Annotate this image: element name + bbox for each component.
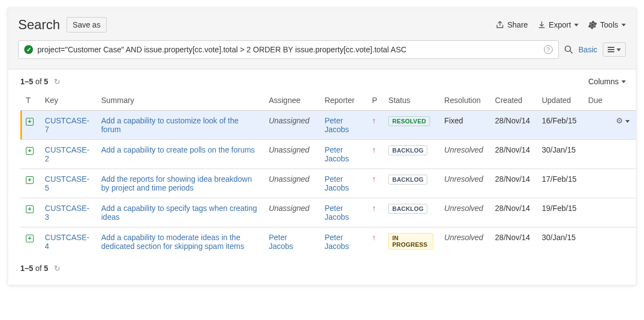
table-row[interactable]: +CUSTCASE-2Add a capability to create po… [20, 140, 636, 169]
issue-key-link[interactable]: CUSTCASE-4 [45, 233, 90, 251]
search-icon[interactable] [564, 45, 573, 54]
resolution-value: Fixed [444, 116, 463, 125]
assignee-value: Unassigned [269, 116, 310, 125]
col-priority[interactable]: P [367, 90, 383, 111]
col-type[interactable]: T [20, 90, 40, 111]
table-row[interactable]: +CUSTCASE-5Add the reports for showing i… [20, 169, 636, 198]
issue-summary-link[interactable]: Add a capability to moderate ideas in th… [101, 233, 244, 251]
created-value: 28/Nov/14 [489, 198, 536, 227]
issue-type-icon[interactable]: + [26, 205, 34, 213]
range-of: of [35, 77, 42, 86]
issue-summary-link[interactable]: Add a capability to create polls on the … [101, 145, 255, 154]
tools-label: Tools [600, 20, 618, 29]
header-actions: Share Export Tools [496, 20, 626, 29]
chevron-down-icon [617, 48, 621, 51]
export-button[interactable]: Export [538, 20, 579, 29]
col-updated[interactable]: Updated [536, 90, 582, 111]
jql-input[interactable] [37, 45, 541, 54]
help-icon[interactable]: ? [544, 45, 553, 54]
columns-label: Columns [588, 77, 619, 86]
results-top-bar: 1–5 of 5 ↻ Columns [8, 69, 636, 90]
assignee-value: Unassigned [269, 145, 310, 154]
priority-icon: ↑ [372, 233, 376, 242]
refresh-icon[interactable]: ↻ [54, 77, 60, 86]
issue-type-icon[interactable]: + [26, 176, 34, 184]
reporter-link[interactable]: Peter Jacobs [324, 116, 349, 134]
refresh-icon[interactable]: ↻ [54, 264, 60, 273]
range-numbers: 1–5 [20, 264, 33, 273]
resolution-value: Unresolved [444, 233, 483, 242]
updated-value: 30/Jan/15 [536, 140, 582, 169]
issue-type-icon[interactable]: + [26, 118, 34, 126]
reporter-link[interactable]: Peter Jacobs [324, 145, 349, 163]
status-badge: BACKLOG [388, 204, 427, 214]
priority-icon: ↑ [372, 204, 376, 213]
issue-summary-link[interactable]: Add a capability to specify tags when cr… [101, 204, 257, 221]
columns-button[interactable]: Columns [588, 77, 626, 86]
col-status[interactable]: Status [383, 90, 439, 111]
col-resolution[interactable]: Resolution [439, 90, 489, 111]
range-of: of [35, 264, 42, 273]
issue-type-icon[interactable]: + [26, 235, 34, 242]
range-numbers: 1–5 [20, 77, 33, 86]
share-button[interactable]: Share [496, 20, 527, 29]
assignee-link[interactable]: Peter Jacobs [269, 233, 293, 251]
updated-value: 19/Feb/15 [536, 198, 582, 227]
range-total: 5 [44, 77, 48, 86]
table-row[interactable]: +CUSTCASE-4Add a capability to moderate … [20, 227, 636, 257]
status-badge: RESOLVED [388, 116, 430, 126]
reporter-link[interactable]: Peter Jacobs [324, 233, 349, 251]
status-badge: IN PROGRESS [388, 233, 433, 250]
chevron-down-icon [574, 24, 579, 26]
reporter-link[interactable]: Peter Jacobs [324, 175, 349, 192]
resolution-value: Unresolved [444, 145, 483, 154]
table-header: T Key Summary Assignee Reporter P Status… [20, 90, 636, 111]
reporter-link[interactable]: Peter Jacobs [324, 204, 349, 221]
col-reporter[interactable]: Reporter [319, 90, 366, 111]
valid-query-icon [24, 45, 33, 54]
view-mode-button[interactable] [603, 42, 626, 57]
due-value [583, 111, 611, 140]
row-actions-button[interactable]: ⚙ [616, 116, 630, 125]
share-label: Share [507, 20, 527, 29]
query-row: ? Basic [18, 40, 626, 59]
basic-mode-link[interactable]: Basic [579, 45, 597, 54]
title-row: Search Save as [18, 17, 107, 32]
search-page: Search Save as Share Export Tools [8, 8, 636, 285]
created-value: 28/Nov/14 [489, 140, 536, 169]
query-box: ? [18, 40, 559, 59]
tools-button[interactable]: Tools [588, 20, 626, 29]
issue-type-icon[interactable]: + [26, 147, 34, 155]
page-header: Search Save as Share Export Tools [8, 8, 636, 69]
updated-value: 17/Feb/15 [536, 169, 582, 198]
due-value [583, 140, 611, 169]
col-created[interactable]: Created [489, 90, 536, 111]
assignee-value: Unassigned [269, 175, 310, 183]
save-as-label: Save as [73, 20, 101, 29]
created-value: 28/Nov/14 [489, 169, 536, 198]
priority-icon: ↑ [372, 116, 376, 125]
issue-key-link[interactable]: CUSTCASE-5 [45, 175, 90, 192]
status-badge: BACKLOG [388, 175, 427, 185]
issue-key-link[interactable]: CUSTCASE-3 [45, 204, 90, 221]
priority-icon: ↑ [372, 145, 376, 154]
issue-key-link[interactable]: CUSTCASE-7 [45, 116, 90, 134]
issue-summary-link[interactable]: Add a capability to customize look of th… [101, 116, 239, 134]
created-value: 28/Nov/14 [489, 227, 536, 257]
issue-summary-link[interactable]: Add the reports for showing idea breakdo… [101, 175, 252, 192]
save-as-button[interactable]: Save as [67, 17, 107, 32]
chevron-down-icon [621, 24, 626, 26]
table-row[interactable]: +CUSTCASE-3Add a capability to specify t… [20, 198, 636, 227]
col-assignee[interactable]: Assignee [263, 90, 320, 111]
table-row[interactable]: +CUSTCASE-7Add a capability to customize… [20, 111, 636, 140]
issue-key-link[interactable]: CUSTCASE-2 [45, 145, 90, 163]
share-icon [496, 21, 504, 29]
col-due[interactable]: Due [583, 90, 611, 111]
due-value [583, 198, 611, 227]
assignee-value: Unassigned [269, 204, 310, 213]
col-key[interactable]: Key [40, 90, 96, 111]
col-summary[interactable]: Summary [96, 90, 263, 111]
resolution-value: Unresolved [444, 175, 483, 183]
svg-point-0 [565, 46, 570, 52]
created-value: 28/Nov/14 [489, 111, 536, 140]
